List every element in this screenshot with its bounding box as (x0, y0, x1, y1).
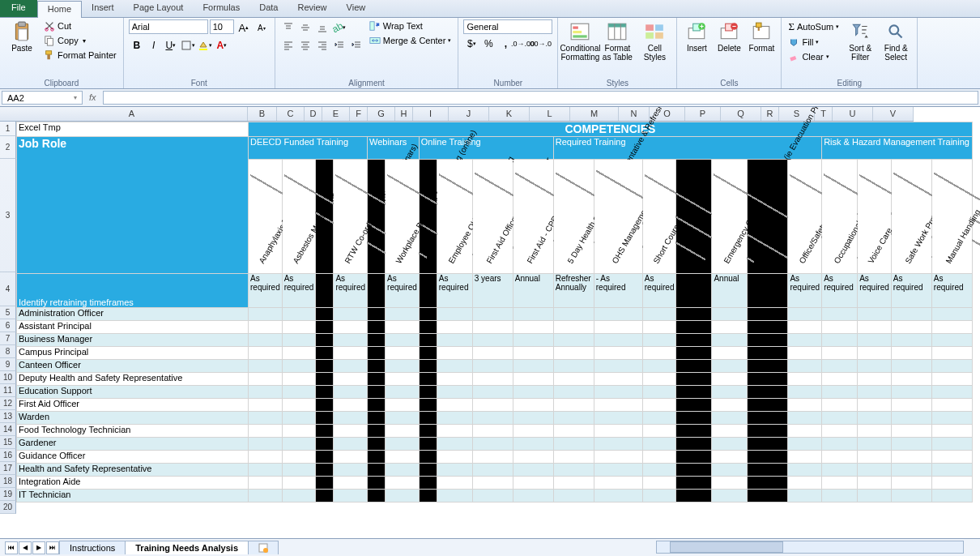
decrease-indent-button[interactable] (331, 37, 347, 53)
styles-group-label: Styles (563, 77, 671, 88)
orientation-button[interactable]: ab▾ (331, 19, 347, 36)
col-header-B[interactable]: B (248, 107, 277, 121)
align-center-button[interactable] (297, 37, 313, 53)
col-header-I[interactable]: I (413, 107, 449, 121)
row-header-11[interactable]: 11 (0, 384, 16, 397)
sheet-nav-first[interactable]: ⏮ (5, 541, 18, 554)
sheet-tab-instructions[interactable]: Instructions (59, 541, 126, 554)
sheet-nav-prev[interactable]: ◀ (19, 541, 32, 554)
col-header-J[interactable]: J (449, 107, 489, 121)
border-button[interactable]: ▾ (180, 37, 196, 53)
sheet-nav-next[interactable]: ▶ (32, 541, 45, 554)
copy-button[interactable]: Copy▾ (42, 34, 118, 47)
font-family-select[interactable] (129, 19, 208, 34)
delete-cells-button[interactable]: Delete (714, 19, 744, 54)
row-header-1[interactable]: 1 (0, 122, 16, 136)
row-header-16[interactable]: 16 (0, 449, 16, 462)
decrease-decimal-button[interactable]: .00→.0 (531, 36, 548, 52)
col-header-D[interactable]: D (305, 107, 322, 121)
row-header-5[interactable]: 5 (0, 306, 16, 319)
ribbon-tab-page-layout[interactable]: Page Layout (124, 0, 194, 17)
col-header-G[interactable]: G (368, 107, 395, 121)
align-middle-button[interactable] (297, 19, 313, 36)
row-header-3[interactable]: 3 (0, 159, 16, 272)
autosum-button[interactable]: ΣAutoSum▾ (786, 19, 841, 34)
merge-center-button[interactable]: Merge & Center▾ (368, 34, 454, 47)
row-header-4[interactable]: 4 (0, 272, 16, 306)
row-header-17[interactable]: 17 (0, 462, 16, 475)
col-header-H[interactable]: H (395, 107, 413, 121)
row-header-14[interactable]: 14 (0, 423, 16, 436)
col-header-F[interactable]: F (350, 107, 368, 121)
ribbon-tab-file[interactable]: File (0, 0, 37, 17)
col-header-C[interactable]: C (277, 107, 305, 121)
row-header-10[interactable]: 10 (0, 371, 16, 384)
sheet-nav-last[interactable]: ⏭ (46, 541, 59, 554)
format-cells-button[interactable]: Format (747, 19, 776, 54)
col-header-N[interactable]: N (619, 107, 650, 121)
row-header-19[interactable]: 19 (0, 488, 16, 501)
grow-font-button[interactable]: A▴ (236, 19, 252, 36)
ribbon-tab-data[interactable]: Data (249, 0, 288, 17)
col-header-U[interactable]: U (833, 107, 873, 121)
col-header-L[interactable]: L (530, 107, 570, 121)
align-top-button[interactable] (280, 19, 296, 36)
row-header-20[interactable]: 20 (0, 501, 16, 514)
new-sheet-button[interactable] (248, 541, 279, 554)
col-header-A[interactable]: A (16, 107, 248, 121)
clear-button[interactable]: Clear▾ (786, 50, 841, 63)
align-left-button[interactable] (280, 37, 296, 53)
fx-icon[interactable]: fx (84, 89, 101, 106)
col-header-R[interactable]: R (761, 107, 779, 121)
align-right-button[interactable] (314, 37, 330, 53)
find-select-button[interactable]: Find & Select (880, 19, 912, 63)
paste-button[interactable]: Paste (5, 19, 39, 62)
col-header-V[interactable]: V (873, 107, 914, 121)
format-as-table-button[interactable]: Format as Table (600, 19, 634, 63)
ribbon-tab-view[interactable]: View (337, 0, 376, 17)
font-color-button[interactable]: A▾ (214, 37, 230, 53)
row-header-6[interactable]: 6 (0, 319, 16, 332)
name-box[interactable]: AA2▾ (2, 91, 83, 105)
sort-filter-button[interactable]: Sort & Filter (844, 19, 876, 63)
italic-button[interactable]: I (146, 37, 162, 53)
underline-button[interactable]: U▾ (163, 37, 179, 53)
row-header-8[interactable]: 8 (0, 345, 16, 358)
percent-button[interactable]: % (480, 36, 496, 52)
bold-button[interactable]: B (129, 37, 145, 53)
col-header-E[interactable]: E (322, 107, 350, 121)
row-header-15[interactable]: 15 (0, 436, 16, 449)
ribbon-tab-home[interactable]: Home (37, 1, 82, 18)
currency-button[interactable]: $▾ (463, 36, 479, 52)
col-header-K[interactable]: K (489, 107, 530, 121)
row-header-2[interactable]: 2 (0, 136, 16, 159)
row-header-9[interactable]: 9 (0, 358, 16, 371)
row-header-7[interactable]: 7 (0, 332, 16, 345)
row-header-18[interactable]: 18 (0, 475, 16, 488)
formula-input[interactable] (103, 91, 978, 105)
fill-button[interactable]: Fill▾ (786, 36, 841, 49)
cell-styles-button[interactable]: Cell Styles (637, 19, 671, 63)
shrink-font-button[interactable]: A▾ (254, 19, 270, 36)
insert-cells-button[interactable]: Insert (682, 19, 711, 54)
wrap-text-button[interactable]: Wrap Text (368, 19, 454, 32)
col-header-P[interactable]: P (685, 107, 721, 121)
format-painter-button[interactable]: Format Painter (42, 49, 118, 62)
font-size-select[interactable] (210, 19, 234, 34)
align-bottom-button[interactable] (314, 19, 330, 36)
ribbon-tab-review[interactable]: Review (288, 0, 336, 17)
ribbon-tab-insert[interactable]: Insert (82, 0, 124, 17)
cells-table[interactable]: Excel TmpCOMPETENCIESJob RoleDEECD Funde… (16, 122, 973, 503)
cut-button[interactable]: Cut (42, 19, 118, 32)
row-header-12[interactable]: 12 (0, 397, 16, 410)
row-header-13[interactable]: 13 (0, 410, 16, 423)
col-header-Q[interactable]: Q (721, 107, 761, 121)
fill-color-button[interactable]: ▾ (197, 37, 213, 53)
number-format-select[interactable] (463, 19, 552, 34)
col-header-M[interactable]: M (570, 107, 619, 121)
ribbon-tab-formulas[interactable]: Formulas (193, 0, 249, 17)
sheet-tab-training-needs-analysis[interactable]: Training Needs Analysis (125, 541, 249, 554)
horizontal-scrollbar[interactable] (656, 541, 964, 554)
increase-indent-button[interactable] (348, 37, 364, 53)
conditional-formatting-button[interactable]: Conditional Formatting (563, 19, 597, 63)
